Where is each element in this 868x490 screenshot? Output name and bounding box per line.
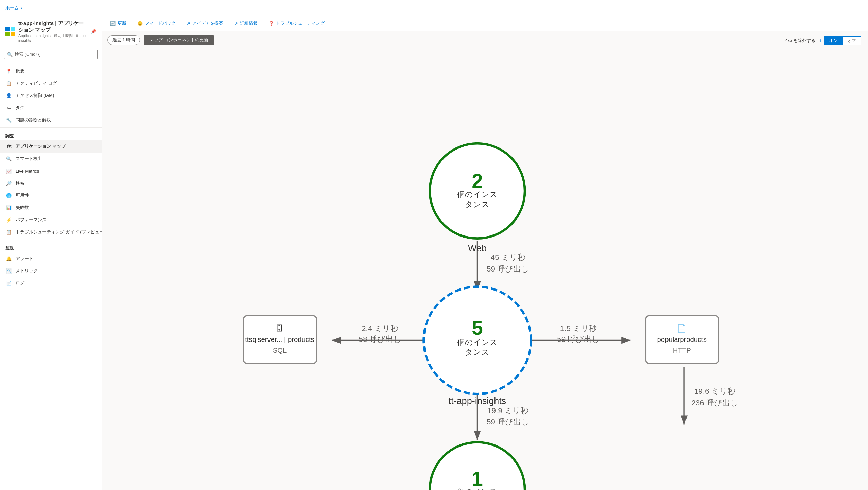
sidebar-item-label: スマート検出 — [16, 156, 42, 162]
sidebar: tt-app-insights | アプリケーション マップ Applicati… — [0, 16, 102, 490]
node-web-count: 2 — [472, 170, 483, 192]
app-icon — [5, 26, 15, 37]
node-web-line1: 個のインス — [457, 190, 498, 199]
troubleshoot-icon: ❓ — [268, 21, 274, 26]
info-icon: ℹ — [819, 38, 821, 43]
details-button[interactable]: ↗ 詳細情報 — [231, 19, 260, 28]
alerts-icon: 🔔 — [5, 255, 12, 262]
map-area: 過去 1 時間 マップ コンポーネントの更新 4xx を除外する: ℹ オン オ… — [102, 31, 868, 490]
refresh-button[interactable]: 🔄 更新 — [107, 19, 129, 28]
toggle-group[interactable]: オン オフ — [824, 36, 861, 45]
sidebar-item-metrics[interactable]: 📉 メトリック — [0, 265, 102, 277]
sidebar-item-label: Live Metrics — [16, 169, 39, 174]
sidebar-item-label: 可用性 — [16, 192, 29, 198]
sidebar-item-label: アクティビティ ログ — [16, 80, 57, 86]
sidebar-nav: 📍 概要 📋 アクティビティ ログ 👤 アクセス制御 (IAM) 🏷 タグ 🔧 … — [0, 62, 102, 490]
sidebar-item-label: アプリケーション マップ — [16, 143, 66, 150]
sidebar-item-smart-detect[interactable]: 🔍 スマート検出 — [0, 153, 102, 165]
search-bar-container: 🔍 検索 (Cmd+/) — [0, 47, 102, 62]
app-map-icon: 🗺 — [5, 143, 12, 150]
feedback-button[interactable]: 😊 フィードバック — [135, 19, 178, 28]
refresh-icon: 🔄 — [110, 21, 116, 26]
sidebar-item-search[interactable]: 🔎 検索 — [0, 177, 102, 189]
map-controls: 過去 1 時間 マップ コンポーネントの更新 — [102, 31, 868, 49]
sidebar-item-label: アラート — [16, 256, 33, 262]
suggest-button[interactable]: ↗ アイデアを提案 — [184, 19, 226, 28]
sidebar-item-failures[interactable]: 📊 失敗数 — [0, 202, 102, 214]
tags-icon: 🏷 — [5, 104, 12, 111]
sidebar-item-logs[interactable]: 📄 ログ — [0, 277, 102, 289]
logs-icon: 📄 — [5, 280, 12, 286]
edge-main-app-label1: 19.9 ミリ秒 — [487, 406, 528, 415]
svg-rect-0 — [5, 27, 10, 31]
sidebar-item-live-metrics[interactable]: 📈 Live Metrics — [0, 165, 102, 177]
live-metrics-icon: 📈 — [5, 168, 12, 174]
edge-popular-down-label2: 236 呼び出し — [691, 399, 738, 407]
node-app-count: 1 — [472, 468, 483, 490]
node-popular-icon: 📄 — [677, 324, 687, 333]
toolbar: 🔄 更新 😊 フィードバック ↗ アイデアを提案 ↗ 詳細情報 ❓ トラブルシュ… — [102, 16, 868, 31]
edge-web-main-label1: 45 ミリ秒 — [490, 253, 525, 262]
app-title-group: tt-app-insights | アプリケーション マップ Applicati… — [18, 20, 87, 42]
exclude-4xx-control: 4xx を除外する: ℹ オン オフ — [785, 36, 861, 45]
svg-rect-3 — [11, 32, 15, 36]
svg-rect-1 — [11, 27, 15, 31]
time-range-pill[interactable]: 過去 1 時間 — [107, 35, 140, 45]
app-map-container: 45 ミリ秒 59 呼び出し 2.4 ミリ秒 58 呼び出し 1.5 ミリ秒 5… — [102, 49, 868, 490]
sidebar-item-label: トラブルシューティング ガイド (プレビュー) — [16, 229, 102, 235]
search-nav-icon: 🔎 — [5, 180, 12, 187]
sidebar-item-diagnose[interactable]: 🔧 問題の診断と解決 — [0, 114, 102, 126]
sidebar-item-label: メトリック — [16, 268, 38, 274]
section-label-investigate: 調査 — [0, 129, 102, 140]
update-map-button[interactable]: マップ コンポーネントの更新 — [144, 35, 214, 45]
edge-popular-down-label1: 19.6 ミリ秒 — [694, 387, 735, 396]
diagnose-icon: 🔧 — [5, 117, 12, 123]
sidebar-item-performance[interactable]: ⚡ パフォーマンス — [0, 214, 102, 226]
main-layout: tt-app-insights | アプリケーション マップ Applicati… — [0, 16, 868, 490]
sidebar-item-tags[interactable]: 🏷 タグ — [0, 102, 102, 114]
app-map-svg: 45 ミリ秒 59 呼び出し 2.4 ミリ秒 58 呼び出し 1.5 ミリ秒 5… — [102, 49, 868, 490]
sidebar-item-label: パフォーマンス — [16, 217, 47, 223]
sidebar-item-activity-log[interactable]: 📋 アクティビティ ログ — [0, 77, 102, 89]
svg-rect-2 — [5, 32, 10, 36]
node-web-label: Web — [468, 243, 487, 253]
home-link[interactable]: ホーム — [5, 5, 19, 11]
activity-log-icon: 📋 — [5, 80, 12, 87]
sidebar-item-label: ログ — [16, 280, 24, 286]
sidebar-item-label: 検索 — [16, 180, 24, 186]
section-label-monitor: 監視 — [0, 241, 102, 252]
toggle-on[interactable]: オン — [824, 37, 843, 45]
details-icon: ↗ — [234, 21, 238, 26]
troubleshoot-guide-icon: 📋 — [5, 229, 12, 235]
sidebar-item-label: アクセス制御 (IAM) — [16, 92, 54, 99]
sidebar-item-alerts[interactable]: 🔔 アラート — [0, 252, 102, 265]
node-main-label: tt-app-insights — [449, 396, 506, 406]
sidebar-item-access-control[interactable]: 👤 アクセス制御 (IAM) — [0, 89, 102, 102]
node-sql-label1: ttsqlserver... | products — [245, 336, 314, 343]
sidebar-item-availability[interactable]: 🌐 可用性 — [0, 189, 102, 202]
breadcrumb[interactable]: ホーム › — [5, 5, 22, 11]
node-web-line2: タンス — [465, 200, 489, 209]
sidebar-header: tt-app-insights | アプリケーション マップ Applicati… — [0, 16, 102, 47]
metrics-icon: 📉 — [5, 267, 12, 274]
suggest-icon: ↗ — [187, 21, 190, 26]
sidebar-item-overview[interactable]: 📍 概要 — [0, 65, 102, 77]
sidebar-item-label: 概要 — [16, 68, 24, 74]
node-sql-icon: 🗄 — [276, 324, 283, 333]
sidebar-item-troubleshoot-guide[interactable]: 📋 トラブルシューティング ガイド (プレビュー) — [0, 226, 102, 238]
availability-icon: 🌐 — [5, 192, 12, 199]
access-control-icon: 👤 — [5, 92, 12, 99]
top-bar: ホーム › — [0, 0, 868, 16]
toggle-off[interactable]: オフ — [843, 37, 861, 45]
sidebar-item-app-map[interactable]: 🗺 アプリケーション マップ — [0, 140, 102, 153]
edge-main-sql-label1: 2.4 ミリ秒 — [362, 324, 399, 333]
breadcrumb-sep: › — [21, 5, 22, 11]
exclude-4xx-label: 4xx を除外する: — [785, 38, 817, 44]
search-input-wrapper[interactable]: 🔍 検索 (Cmd+/) — [4, 50, 98, 59]
performance-icon: ⚡ — [5, 216, 12, 223]
pin-icon[interactable]: 📌 — [91, 29, 96, 34]
troubleshoot-button[interactable]: ❓ トラブルシューティング — [266, 19, 327, 28]
feedback-icon: 😊 — [137, 21, 143, 26]
node-main-line1: 個のインス — [457, 338, 498, 347]
smart-detect-icon: 🔍 — [5, 155, 12, 162]
